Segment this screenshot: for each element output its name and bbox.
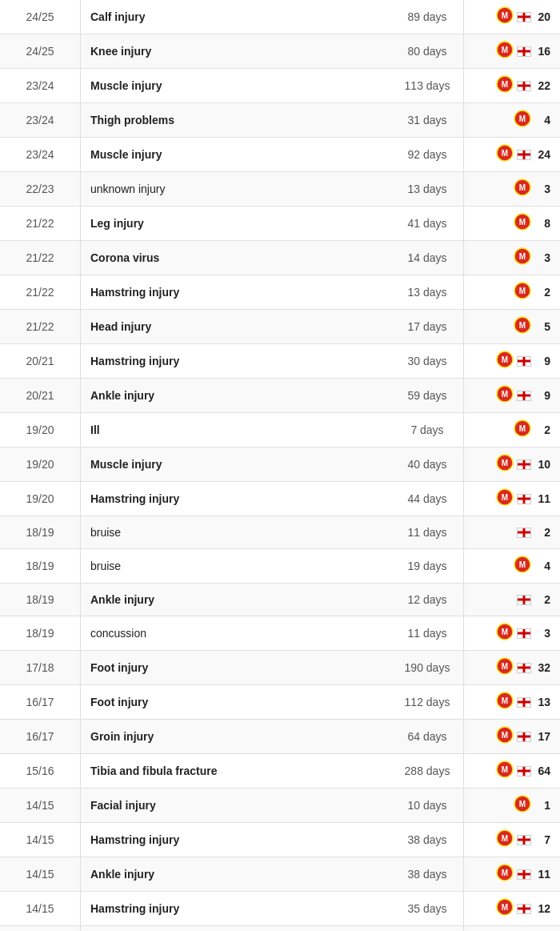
table-row: 20/21Ankle injury59 days M 9 bbox=[0, 379, 560, 413]
days-cell: 11 days bbox=[391, 520, 463, 545]
injury-table: 24/25Calf injury89 days M 2024/25Knee in… bbox=[0, 0, 560, 931]
england-flag-icon bbox=[517, 869, 531, 880]
injury-cell: bruise bbox=[81, 520, 391, 545]
svg-text:M: M bbox=[502, 355, 508, 364]
games-count: 10 bbox=[534, 458, 550, 471]
icons-cell: M 11 bbox=[464, 857, 560, 891]
icons-cell: M 4 bbox=[464, 103, 560, 137]
injury-cell: concussion bbox=[81, 620, 391, 646]
injury-cell: Hamstring injury bbox=[81, 827, 391, 853]
days-cell: 288 days bbox=[391, 758, 463, 784]
season-cell: 24/25 bbox=[0, 4, 80, 30]
svg-text:M: M bbox=[519, 252, 526, 261]
table-row: 21/22Leg injury41 days M 8 bbox=[0, 207, 560, 241]
injury-cell: Ill bbox=[81, 417, 391, 443]
icons-cell: M 3 bbox=[464, 241, 560, 275]
games-count: 3 bbox=[534, 251, 550, 264]
icons-cell: M 5 bbox=[464, 310, 560, 343]
mu-crest-icon: M bbox=[514, 419, 531, 440]
table-row: 24/25Calf injury89 days M 20 bbox=[0, 0, 560, 34]
injury-cell: Foot injury bbox=[81, 689, 391, 715]
icons-cell: M 32 bbox=[464, 651, 560, 684]
table-row: 19/20Hamstring injury44 days M 11 bbox=[0, 482, 560, 516]
mu-crest-icon: M bbox=[496, 351, 514, 371]
england-flag-icon bbox=[517, 835, 531, 845]
games-count: 9 bbox=[534, 389, 550, 402]
england-flag-icon bbox=[517, 628, 531, 639]
days-cell: 7 days bbox=[391, 417, 463, 443]
table-row: 15/16Tibia and fibula fracture288 days M… bbox=[0, 754, 560, 789]
table-row: 12/13Ankle injury17 days M 9 bbox=[0, 926, 560, 931]
england-flag-icon bbox=[517, 150, 531, 160]
days-cell: 113 days bbox=[391, 73, 463, 98]
mu-crest-icon: M bbox=[496, 488, 514, 509]
games-count: 2 bbox=[534, 526, 550, 539]
season-cell: 19/20 bbox=[0, 451, 80, 477]
svg-text:M: M bbox=[502, 149, 508, 158]
injury-cell: Hamstring injury bbox=[81, 279, 391, 305]
days-cell: 13 days bbox=[391, 176, 463, 202]
england-flag-icon bbox=[517, 494, 531, 504]
mu-crest-icon: M bbox=[496, 692, 514, 712]
injury-cell: Foot injury bbox=[81, 655, 391, 680]
days-cell: 112 days bbox=[391, 689, 463, 715]
svg-text:M: M bbox=[502, 903, 508, 912]
icons-cell: M 3 bbox=[464, 616, 560, 650]
icons-cell: M 7 bbox=[464, 823, 560, 857]
days-cell: 38 days bbox=[391, 861, 463, 887]
table-row: 18/19Ankle injury12 days2 bbox=[0, 584, 560, 616]
icons-cell: M 16 bbox=[464, 34, 560, 68]
season-cell: 15/16 bbox=[0, 758, 80, 784]
injury-cell: Ankle injury bbox=[81, 861, 391, 887]
mu-crest-icon: M bbox=[514, 179, 531, 199]
injury-cell: Hamstring injury bbox=[81, 896, 391, 921]
injury-cell: unknown injury bbox=[81, 176, 391, 202]
icons-cell: M 4 bbox=[464, 549, 560, 583]
svg-text:M: M bbox=[519, 218, 526, 227]
svg-text:M: M bbox=[519, 321, 526, 330]
season-cell: 18/19 bbox=[0, 620, 80, 646]
table-row: 14/15Hamstring injury38 days M 7 bbox=[0, 823, 560, 857]
svg-text:M: M bbox=[502, 696, 508, 705]
injury-cell: Tibia and fibula fracture bbox=[81, 758, 391, 784]
icons-cell: M 9 bbox=[464, 379, 560, 412]
icons-cell: M 22 bbox=[464, 69, 560, 102]
table-row: 19/20Ill7 days M 2 bbox=[0, 413, 560, 447]
games-count: 12 bbox=[534, 902, 550, 915]
injury-cell: bruise bbox=[81, 553, 391, 579]
games-count: 16 bbox=[534, 45, 550, 58]
svg-text:M: M bbox=[519, 800, 526, 809]
injury-cell: Groin injury bbox=[81, 724, 391, 749]
table-row: 21/22Head injury17 days M 5 bbox=[0, 310, 560, 344]
england-flag-icon bbox=[517, 391, 531, 401]
season-cell: 24/25 bbox=[0, 38, 80, 64]
games-count: 24 bbox=[534, 148, 550, 161]
table-row: 21/22Corona virus14 days M 3 bbox=[0, 241, 560, 275]
england-flag-icon bbox=[517, 81, 531, 91]
icons-cell: M 9 bbox=[464, 926, 560, 931]
games-count: 22 bbox=[534, 79, 550, 92]
svg-text:M: M bbox=[502, 628, 508, 636]
table-row: 22/23unknown injury13 days M 3 bbox=[0, 172, 560, 207]
table-row: 20/21Hamstring injury30 days M 9 bbox=[0, 344, 560, 379]
games-count: 17 bbox=[534, 730, 550, 743]
season-cell: 22/23 bbox=[0, 176, 80, 202]
icons-cell: 2 bbox=[464, 520, 560, 545]
icons-cell: M 2 bbox=[464, 413, 560, 447]
days-cell: 19 days bbox=[391, 553, 463, 579]
games-count: 1 bbox=[534, 799, 550, 812]
games-count: 3 bbox=[534, 627, 550, 640]
days-cell: 89 days bbox=[391, 4, 463, 30]
mu-crest-icon: M bbox=[514, 213, 531, 234]
season-cell: 14/15 bbox=[0, 896, 80, 921]
season-cell: 23/24 bbox=[0, 142, 80, 167]
england-flag-icon bbox=[517, 356, 531, 367]
injury-cell: Hamstring injury bbox=[81, 486, 391, 512]
svg-text:M: M bbox=[502, 390, 508, 399]
injury-cell: Thigh problems bbox=[81, 107, 391, 133]
table-row: 23/24Muscle injury92 days M 24 bbox=[0, 138, 560, 172]
svg-text:M: M bbox=[502, 765, 508, 774]
season-cell: 21/22 bbox=[0, 211, 80, 236]
season-cell: 20/21 bbox=[0, 383, 80, 408]
injury-cell: Facial injury bbox=[81, 793, 391, 818]
